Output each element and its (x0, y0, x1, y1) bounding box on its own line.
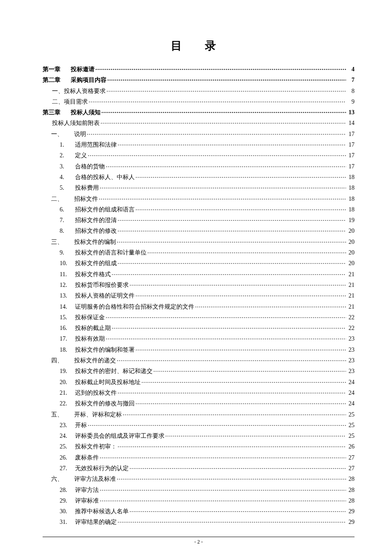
toc-entry-page: 29 (347, 509, 355, 515)
toc-entry-label: 采购项目内容 (71, 77, 107, 83)
toc-leader-dots (107, 87, 346, 93)
toc-leader-dots (101, 119, 346, 125)
toc-leader-dots (101, 108, 346, 114)
toc-entry[interactable]: 2.定义17 (43, 151, 355, 162)
toc-leader-dots (112, 324, 346, 330)
toc-entry-label: 定义 (75, 153, 87, 159)
toc-entry[interactable]: 25. 投标文件初审：26 (43, 442, 355, 453)
toc-entry-page: 9 (347, 99, 355, 105)
page-number: - 2 - (194, 539, 203, 545)
toc-leader-dots (130, 507, 346, 513)
toc-entry-number: 17. (60, 336, 75, 342)
toc-entry-page: 20 (347, 228, 355, 234)
toc-leader-dots (118, 442, 346, 448)
toc-entry[interactable]: 29. 评审标准28 (43, 497, 355, 507)
toc-entry-label: 投标人资格的证明文件 (75, 293, 135, 299)
toc-entry-label: 投标截止时间及投标地址 (75, 379, 141, 385)
toc-entry-label: 招标文件的澄清 (75, 217, 117, 223)
toc-entry[interactable]: 六、评审方法及标准28 (43, 475, 355, 486)
toc-leader-dots (153, 367, 346, 373)
toc-entry[interactable]: 20. 投标截止时间及投标地址24 (43, 378, 355, 389)
toc-entry-number: 第二章 (43, 77, 71, 83)
toc-entry[interactable]: 26. 废标条件27 (43, 454, 355, 464)
toc-entry-label: 投标文件初审： (75, 444, 117, 450)
toc-title: 目 录 (43, 38, 355, 53)
toc-entry-page: 24 (347, 379, 355, 385)
toc-entry[interactable]: 8.招标文件的修改20 (43, 227, 355, 237)
toc-entry[interactable]: 22. 投标文件的修改与撤回24 (43, 399, 355, 410)
toc-leader-dots (95, 65, 346, 71)
toc-entry-number: 12. (60, 282, 75, 288)
toc-entry[interactable]: 19. 投标文件的密封、标记和递交23 (43, 367, 355, 378)
toc-entry[interactable]: 21. 迟到的投标文件24 (43, 389, 355, 399)
toc-leader-dots (130, 281, 346, 287)
toc-entry[interactable]: 第三章投标人须知13 (43, 108, 355, 119)
toc-entry-number: 21. (60, 390, 75, 396)
toc-entry-number: 五、 (51, 412, 74, 418)
toc-entry[interactable]: 9.投标文件的语言和计量单位20 (43, 249, 355, 259)
toc-entry[interactable]: 一、投标人资格要求8 (43, 87, 355, 98)
toc-entry-label: 合格的货物 (75, 164, 105, 170)
toc-entry-page: 29 (347, 519, 355, 525)
toc-entry[interactable]: 3.合格的货物17 (43, 162, 355, 173)
toc-entry-label: 投标文件的密封、标记和递交 (75, 368, 153, 374)
toc-leader-dots (165, 432, 346, 438)
toc-entry[interactable]: 四、 投标文件的递交23 (43, 356, 355, 367)
toc-entry-page: 8 (347, 88, 355, 94)
toc-entry[interactable]: 17. 投标有效期23 (43, 335, 355, 345)
toc-entry[interactable]: 投标人须知前附表14 (43, 119, 355, 130)
toc-entry[interactable]: 14. 证明服务的合格性和符合招标文件规定的文件21 (43, 303, 355, 313)
toc-entry-page: 23 (347, 368, 355, 374)
toc-leader-dots (100, 497, 346, 503)
toc-entry-page: 25 (347, 412, 355, 418)
toc-leader-dots (118, 227, 346, 233)
toc-entry[interactable]: 13. 投标人资格的证明文件21 (43, 292, 355, 302)
toc-entry[interactable]: 第二章采购项目内容7 (43, 76, 355, 87)
toc-entry-page: 27 (347, 465, 355, 471)
toc-entry[interactable]: 31. 评审结果的确定29 (43, 518, 355, 529)
toc-entry[interactable]: 7.招标文件的澄清19 (43, 216, 355, 227)
toc-leader-dots (141, 378, 346, 384)
toc-entry-number: 第三章 (43, 110, 71, 116)
toc-entry-label: 投标文件的编制和签署 (75, 347, 135, 353)
toc-entry[interactable]: 12. 投标货币和报价要求21 (43, 281, 355, 292)
toc-entry[interactable]: 三、投标文件的编制20 (43, 238, 355, 249)
toc-entry[interactable]: 二、招标文件18 (43, 195, 355, 205)
toc-leader-dots (106, 162, 346, 168)
toc-entry[interactable]: 16. 投标的截止期22 (43, 324, 355, 335)
toc-entry-page: 19 (347, 217, 355, 223)
toc-entry-label: 评审标准 (75, 498, 99, 504)
toc-entry[interactable]: 24. 评标委员会的组成及评审工作要求25 (43, 432, 355, 442)
toc-entry[interactable]: 1.适用范围和法律17 (43, 141, 355, 151)
toc-entry[interactable]: 10. 投标文件的组成20 (43, 259, 355, 270)
toc-entry[interactable]: 27. 无效投标行为的认定27 (43, 464, 355, 475)
toc-entry[interactable]: 二、项目需求9 (43, 98, 355, 108)
toc-entry[interactable]: 18. 投标文件的编制和签署23 (43, 346, 355, 356)
toc-entry[interactable]: 6.招标文件的组成和语言18 (43, 205, 355, 216)
toc-entry[interactable]: 第一章投标邀请4 (43, 65, 355, 76)
toc-entry[interactable]: 五、开标、评标和定标25 (43, 410, 355, 421)
toc-entry-number: 四、 (51, 358, 74, 364)
toc-entry-number: 28. (60, 487, 75, 493)
toc-entry[interactable]: 23. 开标25 (43, 421, 355, 432)
toc-entry[interactable]: 一、说明17 (43, 130, 355, 141)
toc-entry-number: 一、 (51, 131, 74, 137)
toc-entry-number: 31. (60, 519, 75, 525)
toc-entry-number: 15. (60, 315, 75, 321)
toc-entry-number: 25. (60, 444, 75, 450)
toc-entry-number: 29. (60, 498, 75, 504)
toc-entry-number: 30. (60, 509, 75, 515)
toc-entry-label: 投标人须知前附表 (52, 120, 100, 126)
toc-entry[interactable]: 11. 投标文件格式21 (43, 270, 355, 281)
toc-entry[interactable]: 15. 投标保证金22 (43, 313, 355, 324)
toc-leader-dots (147, 249, 346, 254)
toc-entry[interactable]: 30. 推荐中标候选人名单29 (43, 507, 355, 518)
page-footer: - 2 - (43, 537, 355, 545)
toc-entry[interactable]: 28. 评审方法28 (43, 486, 355, 497)
toc-entry[interactable]: 4.合格的投标人、中标人18 (43, 173, 355, 184)
toc-entry[interactable]: 5.投标费用18 (43, 184, 355, 194)
toc-entry-number: 6. (60, 207, 75, 213)
toc-entry-page: 28 (347, 498, 355, 504)
toc-entry-number: 5. (60, 185, 75, 191)
toc-entry-label: 投标文件的语言和计量单位 (75, 250, 147, 256)
